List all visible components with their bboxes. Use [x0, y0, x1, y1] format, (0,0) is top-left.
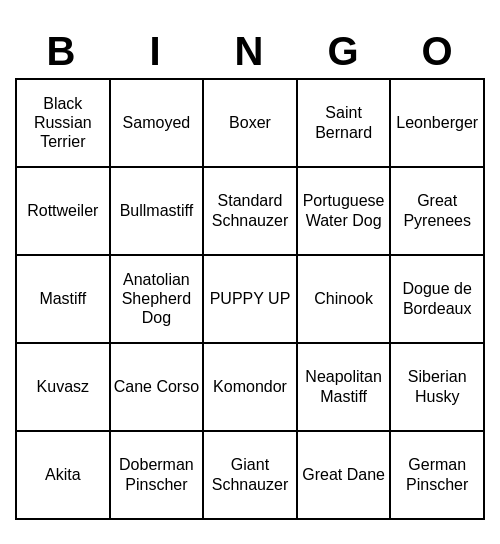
cell-text: Chinook	[314, 289, 373, 308]
bingo-cell: German Pinscher	[391, 432, 485, 520]
cell-text: Mastiff	[39, 289, 86, 308]
bingo-card: BINGO Black Russian TerrierSamoyedBoxerS…	[15, 25, 485, 520]
cell-text: Standard Schnauzer	[207, 191, 293, 229]
header-letter: N	[203, 25, 297, 78]
cell-text: Dogue de Bordeaux	[394, 279, 480, 317]
cell-text: Siberian Husky	[394, 367, 480, 405]
cell-text: Great Pyrenees	[394, 191, 480, 229]
header-letter: G	[297, 25, 391, 78]
bingo-cell: PUPPY UP	[204, 256, 298, 344]
cell-text: Komondor	[213, 377, 287, 396]
bingo-cell: Mastiff	[17, 256, 111, 344]
header-letter: B	[15, 25, 109, 78]
bingo-header: BINGO	[15, 25, 485, 78]
bingo-cell: Black Russian Terrier	[17, 80, 111, 168]
bingo-cell: Standard Schnauzer	[204, 168, 298, 256]
bingo-cell: Siberian Husky	[391, 344, 485, 432]
bingo-cell: Chinook	[298, 256, 392, 344]
cell-text: Akita	[45, 465, 81, 484]
bingo-cell: Komondor	[204, 344, 298, 432]
cell-text: Bullmastiff	[120, 201, 194, 220]
bingo-cell: Neapolitan Mastiff	[298, 344, 392, 432]
bingo-cell: Saint Bernard	[298, 80, 392, 168]
cell-text: Leonberger	[396, 113, 478, 132]
cell-text: Black Russian Terrier	[20, 94, 106, 152]
bingo-cell: Leonberger	[391, 80, 485, 168]
cell-text: German Pinscher	[394, 455, 480, 493]
cell-text: Doberman Pinscher	[114, 455, 200, 493]
cell-text: Cane Corso	[114, 377, 199, 396]
bingo-cell: Dogue de Bordeaux	[391, 256, 485, 344]
bingo-cell: Boxer	[204, 80, 298, 168]
bingo-cell: Rottweiler	[17, 168, 111, 256]
header-letter: O	[391, 25, 485, 78]
bingo-cell: Samoyed	[111, 80, 205, 168]
cell-text: Portuguese Water Dog	[301, 191, 387, 229]
bingo-cell: Akita	[17, 432, 111, 520]
bingo-cell: Portuguese Water Dog	[298, 168, 392, 256]
cell-text: Neapolitan Mastiff	[301, 367, 387, 405]
cell-text: Great Dane	[302, 465, 385, 484]
cell-text: Boxer	[229, 113, 271, 132]
bingo-cell: Great Pyrenees	[391, 168, 485, 256]
bingo-cell: Bullmastiff	[111, 168, 205, 256]
cell-text: Giant Schnauzer	[207, 455, 293, 493]
cell-text: Rottweiler	[27, 201, 98, 220]
bingo-cell: Anatolian Shepherd Dog	[111, 256, 205, 344]
bingo-cell: Great Dane	[298, 432, 392, 520]
cell-text: Samoyed	[123, 113, 191, 132]
cell-text: Saint Bernard	[301, 103, 387, 141]
cell-text: Anatolian Shepherd Dog	[114, 270, 200, 328]
cell-text: Kuvasz	[37, 377, 89, 396]
bingo-cell: Doberman Pinscher	[111, 432, 205, 520]
bingo-grid: Black Russian TerrierSamoyedBoxerSaint B…	[15, 78, 485, 520]
bingo-cell: Cane Corso	[111, 344, 205, 432]
bingo-cell: Giant Schnauzer	[204, 432, 298, 520]
cell-text: PUPPY UP	[210, 289, 291, 308]
header-letter: I	[109, 25, 203, 78]
bingo-cell: Kuvasz	[17, 344, 111, 432]
